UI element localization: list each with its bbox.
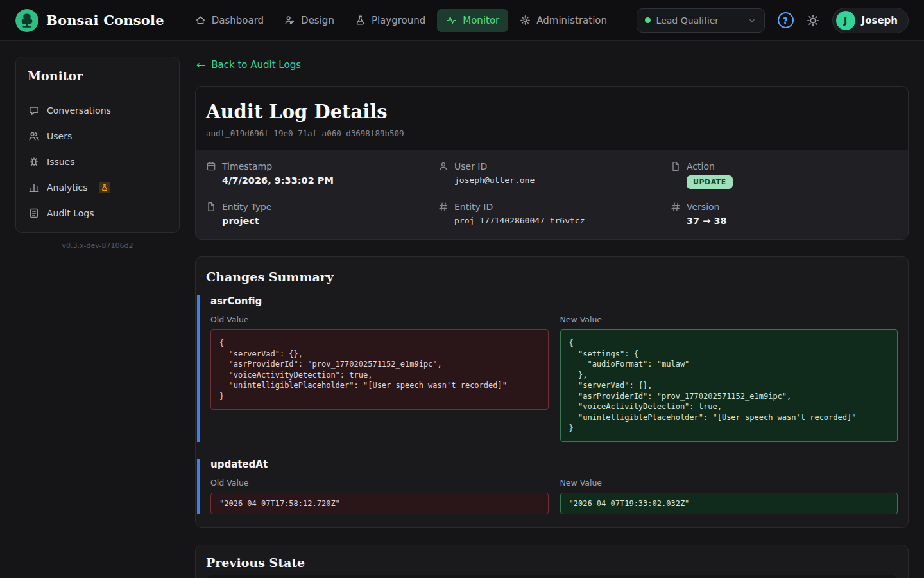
field-version: Version 37 → 38 bbox=[671, 202, 898, 226]
activity-icon bbox=[446, 15, 457, 26]
changes-summary-title: Changes Summary bbox=[206, 270, 898, 284]
theme-toggle-sun-icon[interactable] bbox=[807, 14, 819, 27]
field-entity-id: Entity ID proj_1771402860047_tr6vtcz bbox=[438, 202, 665, 226]
hash-icon bbox=[671, 202, 681, 212]
user-icon bbox=[438, 161, 449, 171]
version-label: v0.3.x-dev-87106d2 bbox=[15, 241, 180, 250]
chevron-down-icon bbox=[748, 16, 757, 25]
back-arrow-icon: ← bbox=[196, 60, 205, 71]
user-pen-icon bbox=[284, 15, 295, 26]
old-value-label: Old Value bbox=[210, 478, 549, 487]
version-value: 37 → 38 bbox=[687, 216, 898, 226]
previous-state-code-block bbox=[206, 575, 898, 578]
sidebar-item-issues[interactable]: Issues bbox=[16, 149, 179, 175]
new-value-code: "2026-04-07T19:33:02.032Z" bbox=[560, 493, 898, 515]
bonsai-logo-icon bbox=[15, 9, 38, 32]
old-value-code: "2026-04-07T17:58:12.720Z" bbox=[210, 493, 549, 515]
chat-icon bbox=[28, 105, 40, 116]
home-icon bbox=[195, 15, 206, 26]
nav-playground[interactable]: Playground bbox=[346, 9, 434, 32]
user-name: Joseph bbox=[862, 15, 898, 26]
topbar-right: Lead Qualifier ? J Joseph bbox=[637, 8, 909, 33]
new-value-label: New Value bbox=[560, 315, 898, 324]
monitor-sidebar: Monitor Conversations Users Issues Analy… bbox=[15, 57, 180, 233]
entity-type-value: project bbox=[222, 216, 433, 226]
flask-icon bbox=[355, 15, 366, 26]
previous-state-card: Previous State bbox=[195, 545, 909, 578]
audit-log-id: audt_019d696f-19e0-71af-a060-d3698f89b50… bbox=[206, 128, 898, 138]
timestamp-value: 4/7/2026, 9:33:02 PM bbox=[222, 175, 433, 186]
brand: Bonsai Console bbox=[15, 9, 164, 32]
sidebar-item-users[interactable]: Users bbox=[16, 123, 179, 149]
sidebar-item-conversations[interactable]: Conversations bbox=[16, 98, 179, 123]
project-status-dot bbox=[645, 17, 651, 23]
avatar: J bbox=[836, 11, 855, 30]
change-item-asrconfig: asrConfig Old Value { "serverVad": {}, "… bbox=[197, 295, 898, 442]
bar-chart-icon bbox=[28, 182, 40, 193]
new-value-label: New Value bbox=[560, 478, 898, 487]
help-icon[interactable]: ? bbox=[778, 12, 794, 28]
analytics-flask-badge bbox=[99, 182, 110, 193]
primary-nav: Dashboard Design Playground Monitor Admi… bbox=[186, 9, 616, 32]
nav-monitor[interactable]: Monitor bbox=[437, 9, 508, 32]
sidebar-item-analytics[interactable]: Analytics bbox=[16, 175, 179, 200]
audit-details-card: Audit Log Details audt_019d696f-19e0-71a… bbox=[195, 86, 909, 240]
old-value-column: Old Value { "serverVad": {}, "asrProvide… bbox=[210, 315, 549, 410]
hash-icon bbox=[438, 202, 449, 212]
back-link-label: Back to Audit Logs bbox=[211, 59, 301, 71]
action-badge: UPDATE bbox=[687, 175, 733, 189]
new-value-column: New Value { "settings": { "audioFormat":… bbox=[560, 315, 898, 442]
sidebar-list: Conversations Users Issues Analytics Aud… bbox=[16, 92, 179, 232]
previous-state-title: Previous State bbox=[206, 556, 898, 570]
main-content: ← Back to Audit Logs Audit Log Details a… bbox=[195, 57, 909, 578]
nav-dashboard[interactable]: Dashboard bbox=[186, 9, 273, 32]
clipboard-icon bbox=[28, 207, 40, 219]
sidebar-title: Monitor bbox=[16, 57, 179, 92]
user-menu[interactable]: J Joseph bbox=[832, 8, 909, 33]
old-value-label: Old Value bbox=[210, 315, 549, 324]
field-user-id: User ID joseph@utter.one bbox=[438, 161, 665, 189]
nav-administration[interactable]: Administration bbox=[511, 9, 616, 32]
new-value-column: New Value "2026-04-07T19:33:02.032Z" bbox=[560, 478, 898, 515]
change-item-updatedat: updatedAt Old Value "2026-04-07T17:58:12… bbox=[197, 459, 898, 515]
field-action: Action UPDATE bbox=[671, 161, 898, 189]
gear-icon bbox=[520, 15, 531, 26]
entity-id-value: proj_1771402860047_tr6vtcz bbox=[454, 216, 665, 225]
back-link[interactable]: ← Back to Audit Logs bbox=[196, 59, 301, 71]
sidebar-item-audit-logs[interactable]: Audit Logs bbox=[16, 200, 179, 226]
field-entity-type: Entity Type project bbox=[206, 202, 433, 226]
page-title: Audit Log Details bbox=[206, 101, 898, 123]
details-metadata: Timestamp 4/7/2026, 9:33:02 PM User ID j… bbox=[196, 150, 908, 239]
nav-design[interactable]: Design bbox=[275, 9, 343, 32]
changes-summary-card: Changes Summary asrConfig Old Value { "s… bbox=[195, 256, 909, 528]
field-timestamp: Timestamp 4/7/2026, 9:33:02 PM bbox=[206, 161, 433, 189]
project-selector[interactable]: Lead Qualifier bbox=[637, 8, 765, 33]
old-value-column: Old Value "2026-04-07T17:58:12.720Z" bbox=[210, 478, 549, 515]
change-field-name: asrConfig bbox=[210, 295, 898, 307]
users-icon bbox=[28, 130, 40, 142]
app-title: Bonsai Console bbox=[46, 12, 164, 28]
bug-icon bbox=[28, 156, 40, 168]
change-field-name: updatedAt bbox=[210, 459, 898, 470]
user-id-value: joseph@utter.one bbox=[454, 175, 665, 185]
calendar-icon bbox=[206, 161, 216, 171]
file-icon bbox=[671, 161, 681, 171]
details-header: Audit Log Details audt_019d696f-19e0-71a… bbox=[196, 87, 908, 150]
project-selector-value: Lead Qualifier bbox=[656, 15, 742, 26]
new-value-code: { "settings": { "audioFormat": "mulaw" }… bbox=[560, 329, 898, 442]
top-navigation-bar: Bonsai Console Dashboard Design Playgrou… bbox=[0, 0, 924, 41]
file-icon bbox=[206, 202, 216, 212]
old-value-code: { "serverVad": {}, "asrProviderId": "pro… bbox=[210, 329, 549, 410]
